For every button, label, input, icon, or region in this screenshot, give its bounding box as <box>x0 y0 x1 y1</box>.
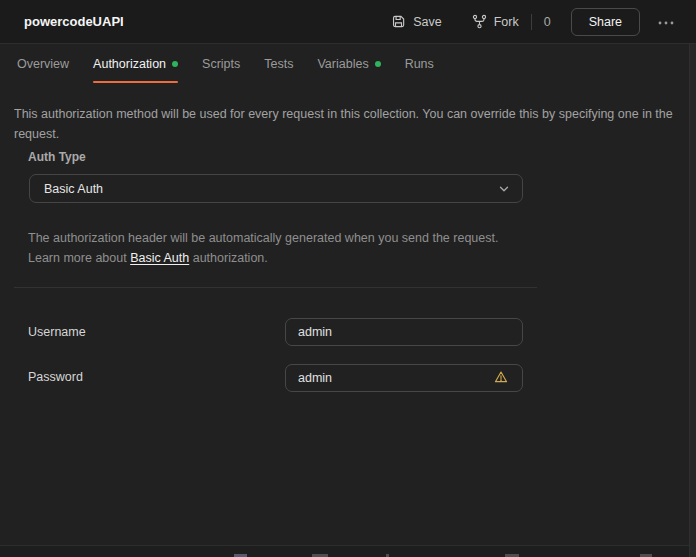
ellipsis-icon <box>657 14 675 29</box>
tab-scripts[interactable]: Scripts <box>202 44 240 84</box>
save-icon <box>391 14 406 29</box>
auth-help-line2: Learn more about Basic Auth authorizatio… <box>28 248 498 268</box>
auth-description-line2: request. <box>14 124 692 144</box>
header-divider <box>531 14 532 30</box>
username-label: Username <box>28 325 86 339</box>
modified-dot-icon <box>375 61 381 67</box>
tab-tests[interactable]: Tests <box>264 44 293 84</box>
tab-authorization[interactable]: Authorization <box>93 44 178 84</box>
auth-help-line1: The authorization header will be automat… <box>28 228 498 248</box>
auth-help-text: The authorization header will be automat… <box>28 228 498 268</box>
tab-overview[interactable]: Overview <box>17 44 69 84</box>
username-input[interactable] <box>285 318 523 346</box>
right-edge-panel <box>689 44 696 557</box>
section-divider <box>14 287 537 288</box>
fork-icon <box>472 14 487 29</box>
tab-runs[interactable]: Runs <box>405 44 434 84</box>
chevron-down-icon <box>498 183 510 195</box>
save-button[interactable]: Save <box>391 14 442 29</box>
warning-icon <box>494 370 508 384</box>
save-label: Save <box>413 15 442 29</box>
fork-button[interactable]: Fork <box>472 14 519 29</box>
fork-count[interactable]: 0 <box>544 15 551 29</box>
auth-type-dropdown[interactable]: Basic Auth <box>29 174 523 203</box>
basic-auth-link[interactable]: Basic Auth <box>130 251 189 265</box>
more-options-button[interactable] <box>653 10 679 33</box>
fork-label: Fork <box>494 15 519 29</box>
share-button[interactable]: Share <box>571 8 640 36</box>
bottom-status-bar <box>0 545 696 557</box>
collection-title: powercodeUAPI <box>24 14 124 29</box>
modified-dot-icon <box>172 61 178 67</box>
password-label: Password <box>28 370 83 384</box>
tab-variables[interactable]: Variables <box>317 44 380 84</box>
auth-type-selected-value: Basic Auth <box>44 182 103 196</box>
app-header: powercodeUAPI Save <box>0 0 696 44</box>
auth-description: This authorization method will be used f… <box>14 104 692 144</box>
auth-type-label: Auth Type <box>28 150 86 164</box>
auth-description-line1: This authorization method will be used f… <box>14 104 692 124</box>
collection-tabbar: Overview Authorization Scripts Tests Var… <box>0 44 689 84</box>
password-input[interactable] <box>285 364 523 392</box>
header-actions: Save Fork 0 Share <box>391 8 679 36</box>
